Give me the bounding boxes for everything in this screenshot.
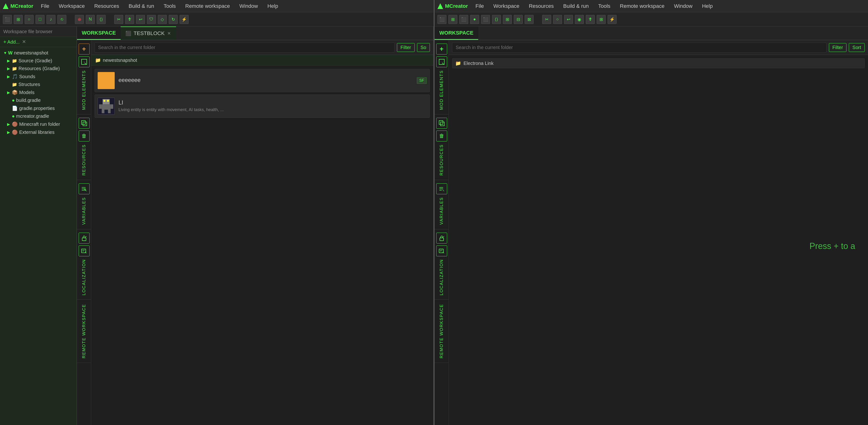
r-mod-elements-label[interactable]: Mod elements <box>439 68 444 112</box>
right-menu-buildrun[interactable]: Build & run <box>561 2 591 10</box>
mod-element-new-icon[interactable] <box>79 56 90 67</box>
r-toolbar-5[interactable]: ⬛ <box>481 15 490 24</box>
r-toolbar-9[interactable]: ⊠ <box>525 15 534 24</box>
remote-label-left[interactable]: Remote workspace <box>82 302 87 360</box>
left-menu-workspace[interactable]: Workspace <box>57 2 87 10</box>
toolbar-brackets-icon[interactable]: ⟨⟩ <box>97 15 106 24</box>
tree-mcreator-gradle[interactable]: ● mcreator.gradle <box>0 112 76 120</box>
testblock-tab[interactable]: ⬛ TESTBLOCK ✕ <box>121 27 176 40</box>
r-resources-label[interactable]: Resources <box>439 142 444 177</box>
r-toolbar-13[interactable]: ◉ <box>575 15 584 24</box>
tree-models[interactable]: ▶ 📦 Models <box>0 88 76 96</box>
toolbar-curve-icon[interactable]: ↩ <box>136 15 145 24</box>
toolbar-diamond-icon[interactable]: ◇ <box>158 15 167 24</box>
close-browser-button[interactable]: ✕ <box>22 39 26 45</box>
tree-structures[interactable]: 📁 Structures <box>0 80 76 88</box>
r-toolbar-10[interactable]: ✂ <box>542 15 551 24</box>
toolbar-select-icon[interactable]: ⊕ <box>75 15 84 24</box>
tree-build-gradle[interactable]: ● build.gradle <box>0 96 76 104</box>
toolbar-circle-icon[interactable]: ○ <box>25 15 34 24</box>
left-menu-file[interactable]: File <box>39 2 51 10</box>
tree-gradle-props[interactable]: 📄 gradle.properties <box>0 104 76 112</box>
tree-sounds[interactable]: ▶ 🎵 Sounds <box>0 72 76 80</box>
r-new-element-icon[interactable] <box>436 56 447 67</box>
r-variables-icon[interactable] <box>436 183 447 194</box>
right-sort-btn[interactable]: Sort <box>849 43 865 52</box>
r-toolbar-8[interactable]: ⊟ <box>514 15 523 24</box>
r-copy-icon[interactable] <box>436 118 447 129</box>
left-search-input[interactable] <box>95 43 395 52</box>
r-id-icon[interactable] <box>436 246 447 256</box>
right-menu-workspace[interactable]: Workspace <box>492 2 521 10</box>
r-toolbar-6[interactable]: ⟨⟩ <box>492 15 501 24</box>
toolbar-cube-icon[interactable]: ⬛ <box>3 15 12 24</box>
r-toolbar-11[interactable]: ○ <box>553 15 562 24</box>
mod-elements-label[interactable]: Mod elements <box>82 68 87 112</box>
right-menu-window[interactable]: Window <box>672 2 694 10</box>
toolbar-sword-icon[interactable]: 🗡 <box>125 15 134 24</box>
toolbar-n-icon[interactable]: N <box>86 15 95 24</box>
right-search-input[interactable] <box>452 43 827 52</box>
r-toolbar-3[interactable]: ⬛ <box>459 15 468 24</box>
right-menu-file[interactable]: File <box>474 2 486 10</box>
localization-edit-icon[interactable] <box>79 246 90 256</box>
r-delete-icon[interactable]: 🗑 <box>436 131 447 141</box>
r-toolbar-4[interactable]: ● <box>470 15 479 24</box>
r-localization-label[interactable]: Localization <box>439 257 444 297</box>
card-li[interactable]: LI Living entity is entity with movement… <box>95 95 430 118</box>
sounds-music-icon: 🎵 <box>12 74 18 79</box>
left-sort-btn[interactable]: So <box>417 43 430 52</box>
right-menu-help[interactable]: Help <box>700 2 714 10</box>
tree-external-libs[interactable]: ▶ 🟤 External libraries <box>0 128 76 136</box>
left-menu-buildrun[interactable]: Build & run <box>127 2 156 10</box>
r-toolbar-12[interactable]: ↩ <box>564 15 573 24</box>
toolbar-music-icon[interactable]: ♪ <box>46 15 56 24</box>
tree-source[interactable]: ▶ 📁 Source (Gradle) <box>0 57 76 65</box>
variables-label[interactable]: Variables <box>82 195 87 227</box>
right-menu-resources[interactable]: Resources <box>527 2 556 10</box>
r-lock-icon[interactable] <box>436 233 447 243</box>
add-button[interactable]: + Add... <box>3 39 20 45</box>
left-filter-btn[interactable]: Filter <box>397 43 414 52</box>
variables-list-icon[interactable] <box>79 183 90 194</box>
card-eeeeeee[interactable]: eeeeeee SF <box>95 69 430 92</box>
tree-resources[interactable]: ▶ 📁 Resources (Gradle) <box>0 65 76 72</box>
toolbar-wand-icon[interactable]: ⚡ <box>180 15 189 24</box>
r-toolbar-16[interactable]: ⚡ <box>608 15 617 24</box>
right-menu-remote[interactable]: Remote workspace <box>618 2 666 10</box>
workspace-tab[interactable]: WORKSPACE <box>77 27 121 40</box>
r-toolbar-1[interactable]: ⬛ <box>437 15 446 24</box>
r-remote-label[interactable]: Remote workspace <box>439 302 444 360</box>
resources-delete-icon[interactable]: 🗑 <box>79 131 90 141</box>
right-menu-tools[interactable]: Tools <box>596 2 612 10</box>
left-menu-remote[interactable]: Remote workspace <box>183 2 232 10</box>
localization-lock-icon[interactable] <box>79 233 90 243</box>
toolbar-shield-icon[interactable]: 🛡 <box>147 15 156 24</box>
toolbar-refresh-icon[interactable]: ↻ <box>169 15 178 24</box>
localization-label[interactable]: Localization <box>82 257 87 297</box>
r-toolbar-2[interactable]: ⊞ <box>448 15 457 24</box>
r-toolbar-14[interactable]: 🗡 <box>586 15 595 24</box>
right-workspace-tab[interactable]: WORKSPACE <box>435 27 478 40</box>
resources-label[interactable]: Resources <box>82 142 87 177</box>
right-filter-btn[interactable]: Filter <box>829 43 846 52</box>
r-add-icon[interactable]: + <box>436 43 447 55</box>
left-menu-resources[interactable]: Resources <box>92 2 121 10</box>
add-mod-element-icon[interactable]: + <box>79 43 90 55</box>
toolbar-grid-icon[interactable]: ⊞ <box>14 15 23 24</box>
svg-rect-34 <box>440 238 443 241</box>
resources-copy-icon[interactable] <box>79 118 90 129</box>
r-toolbar-7[interactable]: ⊞ <box>503 15 512 24</box>
toolbar-square-icon[interactable]: □ <box>35 15 44 24</box>
left-menu-help[interactable]: Help <box>266 2 280 10</box>
tree-root[interactable]: ▼ W newestsnapshot <box>0 49 76 57</box>
left-menu-window[interactable]: Window <box>238 2 260 10</box>
toolbar-cut-icon[interactable]: ✂ <box>114 15 123 24</box>
left-menu-tools[interactable]: Tools <box>162 2 178 10</box>
toolbar-export-icon[interactable]: ⎋ <box>57 15 66 24</box>
r-variables-label[interactable]: Variables <box>439 195 444 227</box>
tree-mc-run[interactable]: ▶ 🟤 Minecraft run folder <box>0 120 76 128</box>
testblock-close-icon[interactable]: ✕ <box>167 31 171 36</box>
r-toolbar-15[interactable]: ⊞ <box>597 15 606 24</box>
remote-item-electrona[interactable]: 📁 Electrona Link <box>452 58 865 68</box>
